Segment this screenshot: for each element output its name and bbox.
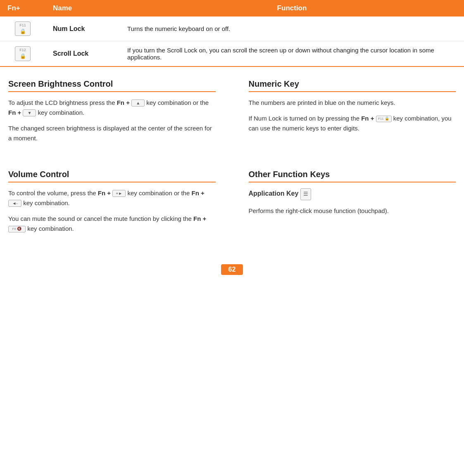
brightness-desc: The changed screen brightness is display… bbox=[8, 123, 216, 143]
fn-label-vol2: Fn + bbox=[191, 189, 204, 197]
numeric-key-body: The numbers are printed in blue on the n… bbox=[249, 98, 456, 133]
screen-brightness-section: Screen Brightness Control To adjust the … bbox=[8, 79, 232, 149]
numeric-key-title: Numeric Key bbox=[249, 79, 456, 92]
key-cell-f11: F11 🔒 bbox=[0, 17, 45, 41]
content-area: Screen Brightness Control To adjust the … bbox=[0, 67, 464, 157]
numeric-desc-2: If Num Lock is turned on by pressing the bbox=[249, 115, 362, 122]
other-function-keys-title: Other Function Keys bbox=[249, 170, 456, 182]
table-row: F11 🔒 Num Lock Turns the numeric keyboar… bbox=[0, 17, 464, 41]
mute-desc-2: key combination. bbox=[27, 225, 74, 232]
volume-desc-1: To control the volume, press the bbox=[8, 189, 98, 197]
brightness-up-key-icon: ▲ bbox=[131, 99, 145, 107]
body-text-2: key combination or the bbox=[146, 99, 209, 106]
name-cell-numlock: Num Lock bbox=[45, 17, 120, 41]
vol-down-key-icon: ◄- bbox=[8, 200, 21, 207]
mute-desc: You can mute the sound or cancel the mut… bbox=[8, 215, 193, 222]
name-cell-scrolllock: Scroll Lock bbox=[45, 41, 120, 66]
page-number-badge: 62 bbox=[221, 264, 243, 275]
bottom-sections: Volume Control To control the volume, pr… bbox=[0, 161, 464, 248]
function-cell-numlock: Turns the numeric keyboard on or off. bbox=[120, 17, 464, 41]
body-text-3: key combination. bbox=[38, 109, 85, 116]
body-text: To adjust the LCD brightness press the bbox=[8, 99, 117, 106]
volume-control-body: To control the volume, press the Fn + +►… bbox=[8, 188, 216, 234]
mute-key-icon: F6 🔇 bbox=[8, 226, 26, 232]
app-key-desc: Performs the right-click mouse function … bbox=[249, 206, 456, 216]
f11-inline-key-icon: F11 🔒 bbox=[376, 116, 392, 122]
fn-label: Fn + bbox=[117, 99, 130, 106]
volume-control-section: Volume Control To control the volume, pr… bbox=[8, 170, 232, 239]
table-row: F12 🔒 Scroll Lock If you turn the Scroll… bbox=[0, 41, 464, 66]
page-number-area: 62 bbox=[0, 248, 464, 283]
brightness-down-key-icon: ▼ bbox=[23, 109, 36, 116]
fn-label-mute: Fn + bbox=[193, 215, 206, 222]
numeric-key-section: Numeric Key The numbers are printed in b… bbox=[232, 79, 456, 149]
numeric-desc-1: The numbers are printed in blue on the n… bbox=[249, 98, 456, 108]
fn-label-2: Fn + bbox=[8, 109, 21, 116]
function-cell-scrolllock: If you turn the Scroll Lock on, you can … bbox=[120, 41, 464, 66]
col-header-name: Name bbox=[45, 0, 120, 17]
col-header-fn: Fn+ bbox=[0, 0, 45, 17]
volume-control-title: Volume Control bbox=[8, 170, 216, 182]
other-function-keys-body: Application Key ☰ Performs the right-cli… bbox=[249, 188, 456, 216]
app-key-icon: ☰ bbox=[300, 188, 311, 200]
function-table: Fn+ Name Function F11 🔒 Num Lock Turns t… bbox=[0, 0, 464, 67]
fn-label-num: Fn + bbox=[361, 115, 374, 122]
app-key-subtitle: Application Key bbox=[249, 190, 300, 197]
screen-brightness-body: To adjust the LCD brightness press the F… bbox=[8, 98, 216, 143]
fn-label-vol1: Fn + bbox=[98, 189, 111, 197]
other-function-keys-section: Other Function Keys Application Key ☰ Pe… bbox=[232, 170, 456, 239]
screen-brightness-title: Screen Brightness Control bbox=[8, 79, 216, 92]
col-header-function: Function bbox=[120, 0, 464, 17]
key-cell-f12: F12 🔒 bbox=[0, 41, 45, 66]
f12-key-icon: F12 🔒 bbox=[15, 46, 31, 61]
f11-key-icon: F11 🔒 bbox=[15, 21, 31, 36]
volume-desc-2: key combination or the bbox=[127, 189, 191, 197]
volume-desc-3: key combination. bbox=[23, 199, 70, 206]
vol-up-key-icon: +► bbox=[112, 190, 126, 197]
